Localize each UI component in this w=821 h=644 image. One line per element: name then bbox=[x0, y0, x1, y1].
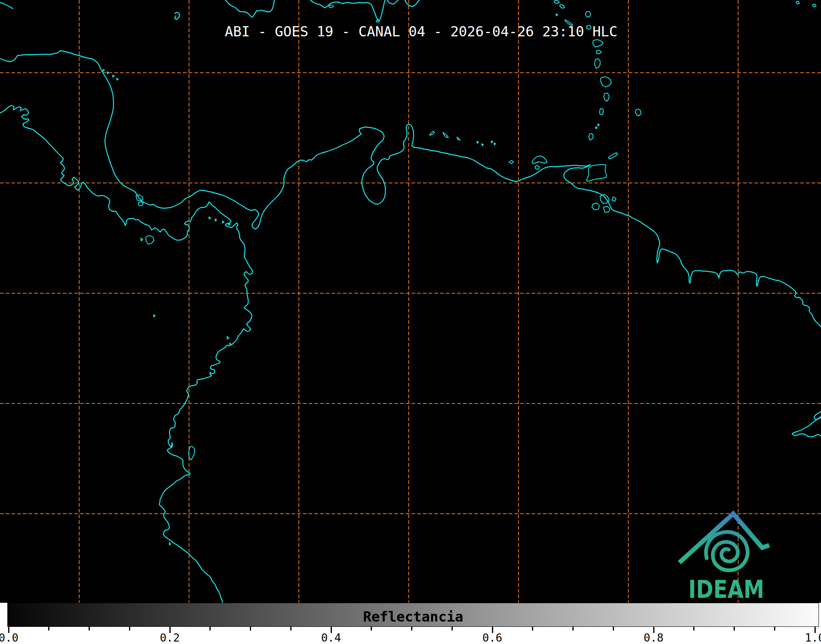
colorbar-minor-tick bbox=[613, 627, 614, 631]
island-outline bbox=[604, 93, 609, 101]
island-outline bbox=[482, 144, 483, 146]
island-outline bbox=[107, 72, 109, 74]
colorbar-gradient-bar: Reflectancia bbox=[7, 603, 819, 627]
island-outline bbox=[189, 446, 195, 460]
island-outline bbox=[141, 238, 143, 241]
island-outline bbox=[600, 194, 609, 203]
colorbar-minor-tick bbox=[774, 627, 775, 631]
island-outline bbox=[215, 219, 217, 221]
colorbar-minor-tick bbox=[129, 627, 130, 631]
ideam-hurricane-swirl-icon bbox=[706, 532, 748, 570]
colorbar-tick-label: 0.6 bbox=[483, 631, 503, 644]
island-outline bbox=[560, 4, 565, 8]
colorbar-minor-tick bbox=[532, 627, 533, 631]
coastline-path bbox=[225, 0, 274, 17]
island-outline bbox=[554, 0, 559, 4]
coastline-path bbox=[175, 12, 180, 20]
island-outline bbox=[592, 203, 599, 210]
island-outline bbox=[596, 50, 601, 54]
island-outline bbox=[509, 160, 514, 164]
coastline-path bbox=[0, 51, 821, 327]
island-outline bbox=[598, 124, 599, 126]
island-outline bbox=[477, 141, 478, 143]
island-outline bbox=[209, 217, 211, 219]
coastline-path bbox=[405, 0, 419, 7]
coastline-path bbox=[0, 105, 253, 603]
island-outline bbox=[603, 206, 610, 212]
island-outline bbox=[229, 223, 230, 225]
colorbar-tick-label: 0.8 bbox=[644, 631, 664, 644]
island-outline bbox=[103, 69, 105, 71]
colorbar-label: Reflectancia bbox=[363, 608, 463, 625]
island-outline bbox=[635, 109, 641, 116]
colorbar-minor-tick bbox=[250, 627, 251, 631]
island-outline bbox=[227, 336, 229, 339]
island-outline bbox=[117, 78, 118, 80]
colorbar-minor-tick bbox=[371, 627, 372, 631]
island-outline bbox=[491, 141, 493, 143]
island-outline bbox=[169, 543, 171, 545]
satellite-map-canvas: ABI - GOES 19 - CANAL 04 - 2026-04-26 23… bbox=[0, 0, 821, 603]
colorbar-minor-tick bbox=[89, 627, 90, 631]
ideam-logo-text: IDEAM bbox=[688, 575, 764, 604]
island-outline bbox=[596, 127, 597, 129]
island-outline bbox=[589, 134, 593, 140]
island-outline bbox=[600, 109, 603, 115]
colorbar-strip: Reflectancia 0.00.20.40.60.81.0 bbox=[0, 603, 821, 644]
coastline-path bbox=[310, 0, 385, 20]
island-outline bbox=[601, 77, 611, 87]
ideam-roof-icon bbox=[681, 514, 767, 561]
island-outline bbox=[796, 1, 799, 4]
colorbar-tick-label: 0.2 bbox=[160, 631, 180, 644]
colorbar-minor-tick bbox=[290, 627, 291, 631]
map-title: ABI - GOES 19 - CANAL 04 - 2026-04-26 23… bbox=[225, 23, 617, 40]
island-outline bbox=[532, 156, 547, 164]
colorbar-minor-tick bbox=[452, 627, 453, 631]
island-outline bbox=[113, 75, 114, 77]
island-outline bbox=[585, 11, 591, 17]
colorbar-tick-label: 1.0 bbox=[805, 631, 821, 644]
colorbar-minor-tick bbox=[572, 627, 574, 631]
island-outline bbox=[443, 132, 448, 138]
colorbar-minor-tick bbox=[411, 627, 412, 631]
coastline-path bbox=[387, 0, 398, 4]
island-outline bbox=[329, 5, 334, 8]
island-outline bbox=[535, 165, 539, 169]
island-outline bbox=[587, 165, 607, 181]
island-outline bbox=[154, 315, 155, 317]
island-outline bbox=[612, 197, 616, 201]
island-outline bbox=[556, 14, 558, 16]
island-outline bbox=[222, 221, 224, 223]
colorbar-tick-label: 0.0 bbox=[0, 631, 18, 644]
island-outline bbox=[138, 202, 143, 206]
colorbar-minor-tick bbox=[734, 627, 735, 631]
goes-satellite-image-viewer: { "title": "ABI - GOES 19 - CANAL 04 - 2… bbox=[0, 0, 821, 644]
coastline-path bbox=[814, 412, 821, 419]
island-outline bbox=[608, 153, 618, 159]
island-outline bbox=[593, 40, 603, 47]
island-outline bbox=[595, 59, 600, 68]
island-outline bbox=[494, 143, 496, 145]
coastline-path bbox=[0, 2, 13, 9]
colorbar-minor-tick bbox=[48, 627, 49, 631]
colorbar-minor-tick bbox=[209, 627, 211, 631]
island-outline bbox=[429, 131, 434, 135]
ideam-logo: IDEAM bbox=[670, 502, 784, 604]
island-outline bbox=[457, 137, 460, 140]
colorbar-minor-tick bbox=[693, 627, 694, 631]
island-outline bbox=[812, 4, 816, 7]
colorbar-tick-label: 0.4 bbox=[321, 631, 341, 644]
island-outline bbox=[146, 236, 154, 244]
